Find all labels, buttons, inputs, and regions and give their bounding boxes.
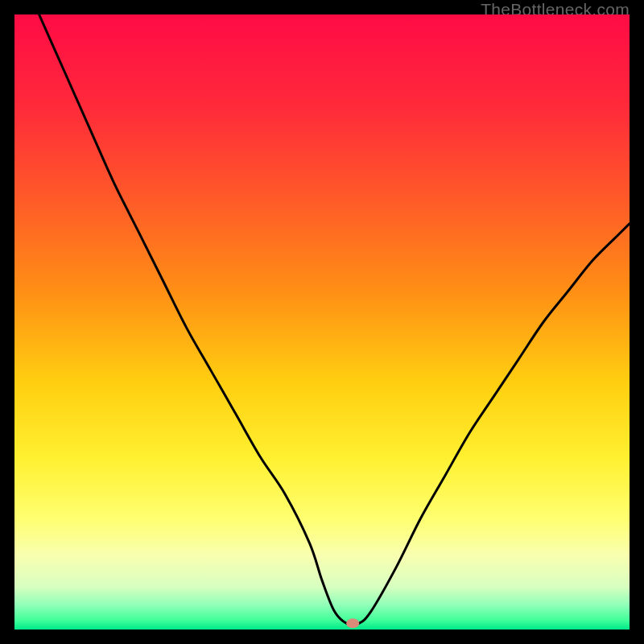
chart-container: TheBottleneck.com — [0, 0, 644, 644]
gradient-background — [14, 14, 630, 630]
optimum-marker — [346, 618, 359, 628]
chart-svg — [14, 14, 630, 630]
plot-area — [14, 14, 630, 630]
